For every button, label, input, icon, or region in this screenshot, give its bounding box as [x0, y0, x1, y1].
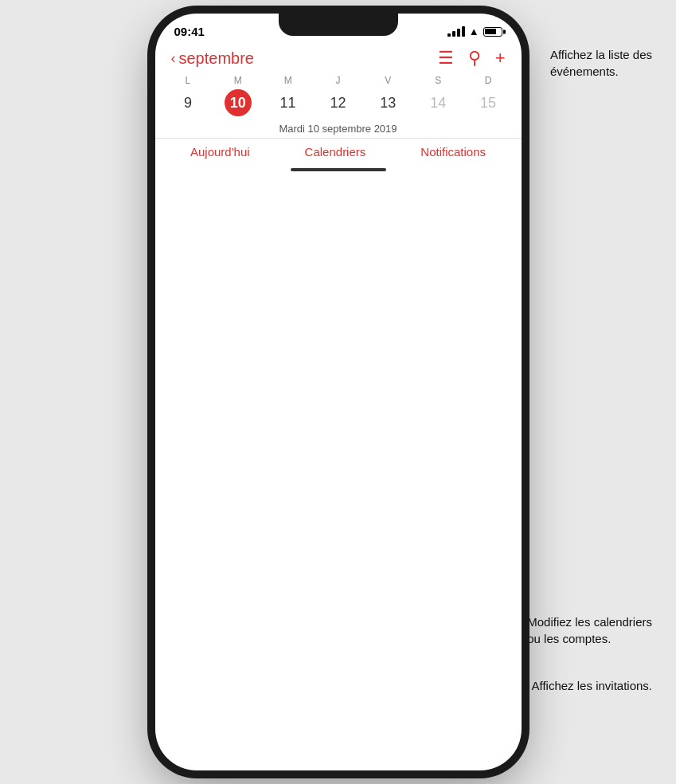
callout-bottom: Affichez les invitations. [532, 677, 652, 694]
month-label: septembre [179, 49, 255, 68]
battery-icon [483, 27, 502, 37]
back-chevron-icon[interactable]: ‹ [171, 50, 176, 67]
week-day-labels: L M M J V S D [155, 75, 522, 86]
add-event-button[interactable]: + [495, 48, 506, 69]
day-label-d: D [463, 75, 514, 86]
search-button[interactable]: ⚲ [468, 48, 481, 69]
phone-shell: 09:41 ▲ ‹ septembre ☰ [155, 14, 522, 770]
signal-icon [447, 26, 465, 37]
day-9[interactable]: 9 [163, 89, 213, 116]
header-actions: ☰ ⚲ + [438, 48, 506, 69]
selected-date-label: Mardi 10 septembre 2019 [155, 118, 522, 138]
callout-top: Affichez la liste des événements. [550, 46, 652, 80]
wifi-icon: ▲ [469, 25, 479, 37]
day-label-m2: M [263, 75, 313, 86]
day-15[interactable]: 15 [463, 89, 514, 116]
day-14[interactable]: 14 [413, 89, 463, 116]
calendars-tab[interactable]: Calendriers [305, 145, 366, 159]
list-view-button[interactable]: ☰ [438, 48, 454, 69]
day-label-l: L [163, 75, 213, 86]
day-label-m1: M [213, 75, 263, 86]
status-icons: ▲ [447, 25, 502, 37]
tab-bar: Aujourd'hui Calendriers Notifications [155, 138, 522, 163]
status-time: 09:41 [174, 25, 205, 38]
callout-middle: Modifiez les calendriers ou les comptes. [527, 613, 652, 647]
day-10-today[interactable]: 10 [213, 89, 263, 116]
month-navigation[interactable]: ‹ septembre [171, 49, 255, 68]
home-indicator [155, 163, 522, 178]
day-label-s: S [413, 75, 463, 86]
day-label-v: V [363, 75, 413, 86]
today-tab[interactable]: Aujourd'hui [190, 145, 250, 159]
day-11[interactable]: 11 [263, 89, 313, 116]
week-day-numbers[interactable]: 9 10 11 12 13 14 15 [155, 86, 522, 118]
day-13[interactable]: 13 [363, 89, 413, 116]
home-bar [291, 168, 386, 171]
day-label-j: J [313, 75, 363, 86]
notch [279, 14, 398, 36]
notifications-tab[interactable]: Notifications [420, 145, 486, 159]
calendar-header: ‹ septembre ☰ ⚲ + [155, 43, 522, 75]
day-12[interactable]: 12 [313, 89, 363, 116]
